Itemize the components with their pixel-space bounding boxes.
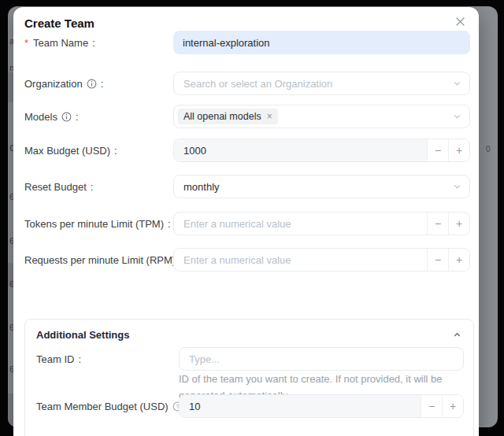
team-id-label-text: Team ID <box>36 353 74 365</box>
additional-settings-card: Additional Settings Team ID : ID of the … <box>24 319 474 436</box>
chevron-down-icon <box>453 183 461 191</box>
label-colon: : <box>101 78 104 90</box>
max-budget-input[interactable] <box>174 139 427 161</box>
form-row-models: Models : All openai models × <box>13 105 479 128</box>
tpm-input[interactable] <box>174 212 427 235</box>
chevron-down-icon <box>453 113 461 121</box>
chevron-up-icon[interactable] <box>453 331 461 339</box>
team-member-budget-input[interactable] <box>180 395 421 417</box>
increment-button[interactable]: + <box>448 212 469 235</box>
max-budget-label: Max Budget (USD) : <box>24 139 117 162</box>
decrement-button[interactable]: − <box>427 212 448 235</box>
tag-remove-icon[interactable]: × <box>267 111 272 122</box>
chevron-down-icon <box>453 79 461 88</box>
rpm-stepper: − + <box>173 248 470 272</box>
decrement-button[interactable]: − <box>427 249 448 271</box>
info-icon[interactable] <box>61 112 72 122</box>
team-member-budget-stepper: − + <box>179 394 464 418</box>
increment-button[interactable]: + <box>442 395 463 417</box>
reset-budget-label-text: Reset Budget <box>24 181 87 193</box>
screen-background: am nar Cr 6/2 6/2 6/2 6/1 6/1 0 Create T… <box>0 0 504 436</box>
additional-settings-title[interactable]: Additional Settings <box>36 329 129 341</box>
required-asterisk: * <box>24 37 28 49</box>
close-icon <box>455 16 465 30</box>
organization-label-text: Organization <box>24 78 83 90</box>
organization-select[interactable]: Search or select an Organization <box>173 72 470 95</box>
rpm-label-text: Requests per minute Limit (RPM) <box>24 254 176 266</box>
form-row-max-budget: Max Budget (USD) : − + <box>13 139 479 162</box>
form-row-team-name: * Team Name : <box>13 31 479 54</box>
max-budget-stepper: − + <box>173 139 470 162</box>
form-row-rpm: Requests per minute Limit (RPM) : − + <box>13 248 479 272</box>
max-budget-label-text: Max Budget (USD) <box>24 145 110 157</box>
close-button[interactable] <box>451 14 469 31</box>
create-team-modal: Create Team * Team Name : Organization <box>13 7 479 436</box>
organization-label: Organization : <box>24 72 103 95</box>
decrement-button[interactable]: − <box>427 139 448 161</box>
tpm-stepper: − + <box>173 212 470 235</box>
reset-budget-select[interactable]: monthly <box>173 175 470 198</box>
team-name-label-text: Team Name <box>33 37 88 49</box>
reset-budget-value: monthly <box>183 181 220 193</box>
tpm-label-text: Tokens per minute Limit (TPM) <box>24 218 164 230</box>
form-row-tpm: Tokens per minute Limit (TPM) : − + <box>13 212 479 235</box>
reset-budget-label: Reset Budget : <box>24 175 93 198</box>
team-name-label: * Team Name : <box>24 31 95 54</box>
label-colon: : <box>76 111 79 123</box>
label-colon: : <box>91 181 94 193</box>
increment-button[interactable]: + <box>448 249 469 271</box>
label-colon: : <box>168 218 171 230</box>
label-colon: : <box>78 353 81 365</box>
label-colon: : <box>114 145 117 157</box>
increment-button[interactable]: + <box>448 139 469 161</box>
organization-placeholder: Search or select an Organization <box>183 78 332 90</box>
models-label: Models : <box>24 105 79 128</box>
rpm-input[interactable] <box>174 249 427 271</box>
tpm-label: Tokens per minute Limit (TPM) : <box>24 212 171 235</box>
label-colon: : <box>92 37 95 49</box>
rpm-label: Requests per minute Limit (RPM) : <box>24 248 183 272</box>
decrement-button[interactable]: − <box>421 395 442 417</box>
form-row-reset-budget: Reset Budget : monthly <box>13 175 479 198</box>
models-label-text: Models <box>24 111 57 123</box>
team-id-label: Team ID : <box>36 347 81 371</box>
team-id-input[interactable] <box>179 347 464 371</box>
team-name-input[interactable] <box>173 31 470 54</box>
info-icon[interactable] <box>87 79 97 89</box>
team-member-budget-label: Team Member Budget (USD) ? : <box>36 394 189 418</box>
form-row-organization: Organization : Search or select an Organ… <box>13 72 479 95</box>
background-text-fragment: 0 <box>486 145 497 153</box>
team-member-budget-label-text: Team Member Budget (USD) <box>36 401 169 412</box>
models-tag: All openai models × <box>178 109 278 124</box>
models-tag-text: All openai models <box>183 111 261 122</box>
modal-title: Create Team <box>24 17 94 30</box>
models-select[interactable]: All openai models × <box>173 105 470 128</box>
